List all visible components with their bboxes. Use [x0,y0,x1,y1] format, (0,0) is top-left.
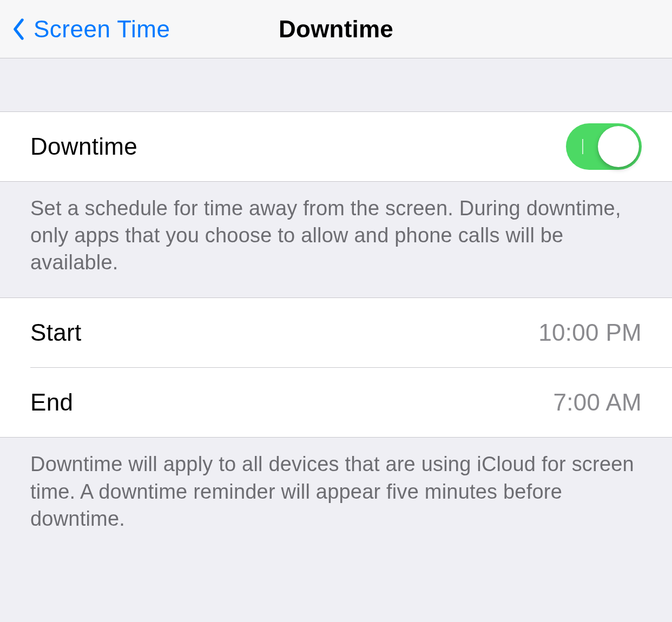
end-value: 7:00 AM [553,389,642,416]
downtime-toggle-row: Downtime [0,112,672,181]
nav-bar: Screen Time Downtime [0,0,672,58]
start-time-row[interactable]: Start 10:00 PM [0,298,672,367]
downtime-toggle[interactable] [566,123,642,170]
section-spacer [0,58,672,111]
start-value: 10:00 PM [538,319,642,346]
chevron-left-icon [11,15,27,43]
end-time-row[interactable]: End 7:00 AM [0,368,672,437]
downtime-toggle-label: Downtime [30,133,137,160]
end-label: End [30,389,73,416]
schedule-footer-text: Downtime will apply to all devices that … [0,438,672,553]
schedule-group: Start 10:00 PM End 7:00 AM [0,297,672,438]
toggle-group: Downtime [0,111,672,182]
toggle-knob [598,126,639,167]
back-button[interactable]: Screen Time [11,15,170,43]
toggle-footer-text: Set a schedule for time away from the sc… [0,182,672,297]
start-label: Start [30,319,81,346]
toggle-on-indicator-icon [582,139,583,154]
back-label: Screen Time [34,16,170,43]
